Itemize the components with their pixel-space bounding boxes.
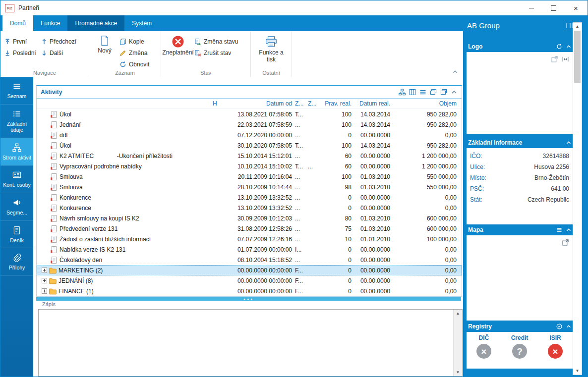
ribbon-button-zm-na-stavu[interactable]: Změna stavu	[194, 36, 238, 47]
fit-w-icon[interactable]	[562, 56, 569, 62]
chevron-up-w-icon[interactable]	[566, 227, 572, 233]
table-row[interactable]: Smlouva28.10.2009 10:14:44...9801.03.201…	[37, 182, 462, 192]
registry-item-isir[interactable]: ISIR×	[548, 334, 563, 359]
sidebar-item-kont-osoby[interactable]: Kont. osoby	[0, 165, 33, 193]
table-row[interactable]: Konkurence13.10.2009 13:32:52...000.00.0…	[37, 203, 462, 213]
table-row[interactable]: Konkurence13.10.2009 13:32:52...000.00.0…	[37, 192, 462, 203]
column-header-z2[interactable]: Z...	[306, 100, 318, 107]
cell-datum_od: 15.10.2014 15:12:01	[222, 153, 294, 160]
new-button[interactable]: Nový	[92, 34, 118, 70]
scroll-down-icon[interactable]: ▼	[573, 369, 582, 373]
column-header-objem[interactable]: Objem	[392, 100, 462, 107]
invalidate-button[interactable]: Zneplatnění	[164, 34, 192, 58]
circle-question-gray-icon[interactable]: ?	[512, 344, 527, 359]
chevron-up-icon[interactable]	[451, 89, 458, 96]
scroll-thumb[interactable]	[574, 31, 581, 83]
close-button[interactable]: ×	[565, 0, 587, 15]
check-badge-w-icon[interactable]	[556, 323, 562, 329]
column-header-datum_real[interactable]: Datum real.	[353, 100, 392, 107]
map-section-header[interactable]: Mapa	[467, 224, 573, 236]
sidebar-item-z-kladn-daje[interactable]: Základní údaje	[0, 105, 33, 138]
table-row[interactable]: Předvedení verze 13131.08.2009 12:58:26.…	[37, 223, 462, 234]
maximize-button[interactable]	[542, 0, 565, 15]
ribbon-button-prvn[interactable]: První	[3, 36, 39, 47]
logo-section-header[interactable]: Logo	[467, 41, 573, 53]
sidebar-item-den-k[interactable]: Deník	[0, 221, 33, 249]
circle-x-gray-icon[interactable]: ×	[476, 344, 491, 359]
registry-item-di[interactable]: DIČ×	[476, 334, 491, 359]
rows-icon[interactable]	[419, 89, 426, 96]
ribbon-button-zm-na[interactable]: Změna	[119, 47, 149, 58]
table-row[interactable]: Nabídka verze IS K2 13101.07.2009 00:00:…	[37, 244, 462, 255]
panel-expand-icon[interactable]	[566, 22, 573, 29]
table-row[interactable]: Čokoládový den08.10.2004 15:18:52...000.…	[37, 255, 462, 265]
info-section-header[interactable]: Základní informace	[467, 137, 573, 149]
column-header-z1[interactable]: Z...	[294, 100, 306, 107]
panel-title: Aktivity	[41, 89, 399, 96]
table-row[interactable]: MARKETING (2)00.00.0000 00:00:00F...000.…	[37, 265, 462, 275]
table-row[interactable]: Úkol13.08.2021 07:58:05T...10014.03.2014…	[37, 109, 462, 119]
table-row[interactable]: Vypracování podrobné nabídky10.10.2014 1…	[37, 161, 462, 171]
table-row[interactable]: K2 ATMITEC -Ukončení příležitosti15.10.2…	[37, 151, 462, 161]
zapis-scrollbar[interactable]: ▲ ▼	[453, 310, 462, 376]
open-ext-g-icon[interactable]	[551, 56, 558, 62]
chevron-up-w-icon[interactable]	[566, 44, 572, 50]
cell-datum_real: 00.00.0000	[353, 132, 392, 139]
table-row[interactable]: FINANCE (1)00.00.0000 00:00:00F...000.00…	[37, 286, 462, 296]
scroll-up-icon[interactable]: ▲	[454, 311, 462, 316]
ribbon-button-kopie[interactable]: Kopie	[119, 36, 149, 47]
cell-datum_real: 00.00.0000	[353, 153, 392, 160]
horizontal-splitter[interactable]: ●●●	[36, 297, 461, 301]
org-chart-icon[interactable]	[399, 89, 406, 96]
scroll-down-icon[interactable]: ▼	[454, 370, 462, 375]
expand-plus-icon[interactable]	[42, 278, 47, 283]
ribbon-tab-dom[interactable]: Domů	[2, 15, 33, 31]
columns-icon[interactable]	[409, 89, 416, 96]
circle-x-red-icon[interactable]: ×	[548, 344, 563, 359]
ribbon-button-p-edchoz[interactable]: Předchozí	[40, 36, 81, 47]
chevron-up-w-icon[interactable]	[566, 323, 572, 329]
table-row[interactable]: Úkol30.10.2020 07:58:05T...10014.03.2014…	[37, 140, 462, 151]
table-row[interactable]: Žádost o zaslání bližších informací07.07…	[37, 234, 462, 244]
scroll-up-icon[interactable]: ▲	[573, 24, 582, 29]
table-row[interactable]: Návrh smlouvy na koupi IS K230.09.2009 1…	[37, 213, 462, 223]
map-section-title: Mapa	[467, 226, 556, 233]
ribbon-button-dal[interactable]: Další	[40, 47, 81, 58]
refresh-w-icon[interactable]	[556, 44, 562, 50]
sidebar-item-p-lohy[interactable]: Přílohy	[0, 248, 33, 276]
menu-w-icon[interactable]	[556, 227, 562, 233]
column-header-prav_real[interactable]: Prav. real.	[318, 100, 353, 107]
app-window: K2 Partneři × DomůFunkceHromadné akceSys…	[0, 0, 588, 377]
sidebar-item-strom-aktivit[interactable]: Strom aktivit	[0, 138, 33, 166]
column-header-datum_od[interactable]: Datum od	[222, 100, 294, 107]
cell-objem: 600 000,00	[392, 215, 462, 222]
table-row[interactable]: JEDNÁNÍ (8)00.00.0000 00:00:00F...000.00…	[37, 275, 462, 286]
splitter-grip-icon: ●●●	[243, 297, 254, 301]
minimize-button[interactable]	[520, 0, 542, 15]
open-ext-d-icon[interactable]	[562, 239, 569, 246]
bring-front-icon[interactable]	[440, 89, 447, 96]
ribbon-tab-funkce[interactable]: Funkce	[33, 15, 67, 31]
cascade-icon[interactable]	[430, 89, 437, 96]
expand-plus-icon[interactable]	[42, 288, 47, 294]
registry-section-header[interactable]: Registry	[467, 321, 573, 333]
sidebar-item-seznam[interactable]: Seznam	[0, 77, 33, 105]
partner-scrollbar[interactable]: ▲ ▼	[573, 22, 582, 375]
table-row[interactable]: Smlouva20.11.2009 10:16:04...10001.03.20…	[37, 171, 462, 182]
sidebar-item-segme[interactable]: Segme...	[0, 193, 33, 221]
functions-print-button[interactable]: Funkce a tisk	[257, 34, 286, 63]
table-row[interactable]: Jednání22.03.2021 07:58:59...10014.03.20…	[37, 119, 462, 130]
ribbon-tab-syst-m[interactable]: Systém	[124, 15, 159, 31]
chevron-up-w-icon[interactable]	[566, 140, 572, 146]
table-row[interactable]: ddf07.12.2020 00:00:00...000.00.00000,00	[37, 130, 462, 140]
column-header-h[interactable]: H	[211, 100, 222, 107]
zapis-textarea[interactable]: ▲ ▼	[38, 309, 463, 377]
ribbon-button-zru-it-stav[interactable]: Zrušit stav	[194, 47, 238, 58]
ribbon-collapse-button[interactable]	[452, 69, 458, 75]
expand-plus-icon[interactable]	[42, 268, 47, 273]
activity-name: Předvedení verze 131	[59, 225, 118, 232]
registry-item-credit[interactable]: Credit?	[511, 334, 529, 359]
ribbon-button-obnovit[interactable]: Obnovit	[119, 58, 149, 70]
ribbon-button-posledn[interactable]: Poslední	[3, 47, 39, 58]
ribbon-tab-hromadn-akce[interactable]: Hromadné akce	[67, 15, 124, 31]
